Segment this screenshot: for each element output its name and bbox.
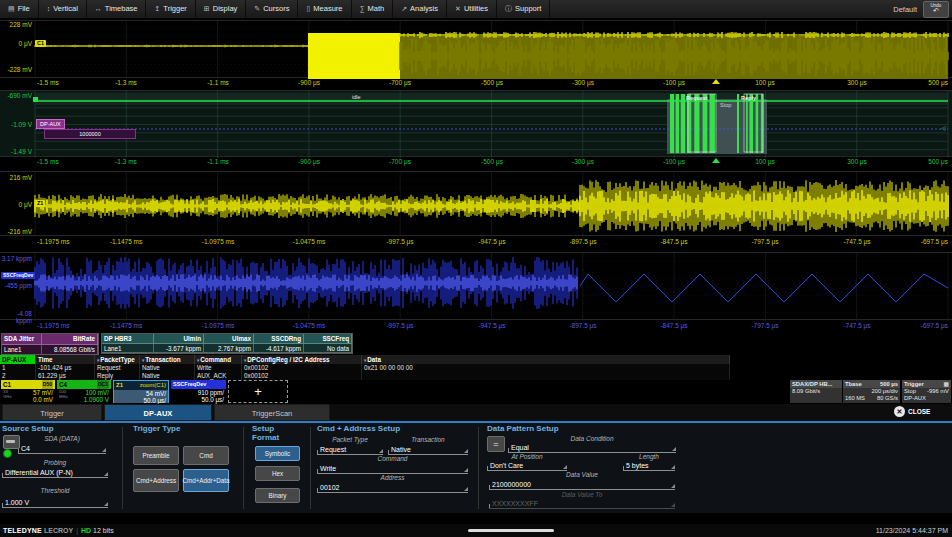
taskbar-handle[interactable] xyxy=(468,529,554,532)
x-tick-label: -1.0475 ms xyxy=(293,322,326,329)
source-enabled-indicator[interactable] xyxy=(3,449,12,458)
symbolic-button[interactable]: Symbolic xyxy=(255,446,300,461)
close-dialog-button[interactable]: ✕ CLOSE xyxy=(894,406,930,417)
menu-item[interactable]: ✎ Cursors xyxy=(246,0,298,18)
trigger-descriptor-box[interactable]: Trigger ▦ Stop -996 mV DP-AUX xyxy=(902,380,951,403)
cmd-addr-data-button[interactable]: Cmd+Addr+Data xyxy=(183,469,229,492)
menu-item-icon: ↥ xyxy=(154,0,160,18)
menu-item[interactable]: ↔ Timebase xyxy=(87,0,147,18)
x-tick-label: -1.1975 ms xyxy=(37,322,70,329)
cmd-address-button[interactable]: Cmd+Address xyxy=(133,469,179,492)
brand-lecroy: LECROY xyxy=(44,527,73,534)
length-select[interactable]: 5 bytes xyxy=(623,461,675,471)
decode-header-row: DP-AUX Time PacketType Transaction Comma… xyxy=(0,355,730,364)
c4-descriptor-box[interactable]: C4 DC1 100 mV/ 1.0900 V 500MHz xyxy=(57,380,111,403)
menu-item[interactable]: ▤ File xyxy=(0,0,39,18)
tab-triggerscan[interactable]: TriggerScan xyxy=(214,404,330,421)
decode-col-header[interactable]: Data xyxy=(362,355,730,364)
x-tick-label: -697.5 μs xyxy=(921,322,948,329)
undo-button[interactable]: Undo ↶ xyxy=(923,1,949,18)
status-separator: | xyxy=(76,527,78,534)
decode-address: 0x00102 xyxy=(242,372,362,380)
decode-col-header[interactable]: PacketType xyxy=(95,355,140,364)
sscfreqdev-trace xyxy=(0,253,952,321)
decode-row[interactable]: 2 61.229 μs Reply Native AUX_ACK 0x00102 xyxy=(0,372,730,380)
x-tick-label: -700 μs xyxy=(389,158,411,165)
x-tick-label: -1.1 ms xyxy=(207,79,229,86)
trigger-type-title: Trigger Type xyxy=(133,425,180,434)
data-condition-select[interactable]: Equal xyxy=(508,443,676,453)
menu-item[interactable]: ↕ Vertical xyxy=(39,0,87,18)
sda-source-select[interactable]: C4 xyxy=(18,444,106,454)
timebase-descriptor-box[interactable]: Tbase 500 μs 200 μs/div 160 MS 80 GS/s xyxy=(843,380,900,403)
trigger-position-marker-dpaux[interactable] xyxy=(712,158,720,163)
data-value-field[interactable]: 2100000000 xyxy=(489,480,675,490)
menu-item[interactable]: ✕ Utilities xyxy=(447,0,497,18)
x-tick-label: -1.3 ms xyxy=(115,158,137,165)
add-trace-button[interactable]: + xyxy=(228,380,288,403)
c1-descriptor-box[interactable]: C1 D50 57 mV/ 0.0 mV 33GHz xyxy=(1,380,55,403)
decoder-value-badge[interactable]: 1000000 xyxy=(44,129,136,139)
menu-item[interactable]: ↗ Analysis xyxy=(393,0,447,18)
decode-row[interactable]: 1 -101.424 μs Request Native Write 0x001… xyxy=(0,364,730,372)
jitter-col2-header: BitRate xyxy=(42,334,98,345)
address-label: Address xyxy=(317,474,468,481)
x-tick-label: 500 μs xyxy=(928,79,948,86)
menu-item-icon: ↕ xyxy=(47,0,51,18)
hex-button[interactable]: Hex xyxy=(255,466,300,481)
ui-measure-table[interactable]: DP HBR3 UImin UImax SSCDRng SSCFreq Lane… xyxy=(101,333,353,354)
binary-button[interactable]: Binary xyxy=(255,488,300,503)
sda-jitter-table[interactable]: SDA Jitter BitRate Lane1 8.08568 Gbit/s xyxy=(1,333,99,356)
menu-item-icon: ⊞ xyxy=(204,0,210,18)
sdax-descriptor-box[interactable]: SDAX/DP HB... 8.09 Gbit/s xyxy=(790,380,842,403)
decoder-badge[interactable]: DP-AUX xyxy=(36,119,65,129)
oscilloscope-screen: ▤ File ↕ Vertical ↔ Timebase ↥ Trigger ⊞… xyxy=(0,0,952,537)
packet-type-select[interactable]: Request xyxy=(317,445,383,455)
waveform-grid-dpaux[interactable] xyxy=(0,90,952,157)
x-tick-label: -1.1 ms xyxy=(207,158,229,165)
decode-col-header[interactable]: Command xyxy=(195,355,242,364)
cmd-button[interactable]: Cmd xyxy=(183,446,229,465)
ui-value: -3.677 kppm xyxy=(154,344,204,354)
ui-header: UImax xyxy=(204,334,254,344)
z1-descriptor-box[interactable]: Z1 zoom(C1) 54 mV/ 50.0 μs/ xyxy=(113,380,169,403)
tab-trigger[interactable]: Trigger xyxy=(2,404,102,421)
probing-label: Probing xyxy=(2,459,108,466)
threshold-field[interactable]: 1.000 V xyxy=(2,498,108,508)
at-position-select[interactable]: Don't Care xyxy=(487,461,567,471)
menu-item[interactable]: ⓘ Support xyxy=(497,0,550,18)
transaction-select[interactable]: Native xyxy=(388,445,468,455)
sscfreqdev-descriptor-box[interactable]: SSCFreqDev 910 ppm/ 50.0 μs/ xyxy=(171,380,226,403)
p2-ymid-label: -1.09 V xyxy=(0,121,32,128)
decode-transaction: Native xyxy=(140,372,195,380)
menu-item[interactable]: ↥ Trigger xyxy=(146,0,195,18)
menu-item-label: Cursors xyxy=(263,0,289,18)
waveform-grid-sscfreqdev[interactable] xyxy=(0,252,952,320)
equals-operator-button[interactable]: = xyxy=(487,436,505,452)
menu-item-label: Math xyxy=(368,0,385,18)
menu-item[interactable]: ⊞ Display xyxy=(196,0,246,18)
decode-col-header[interactable]: Time xyxy=(36,355,95,364)
x-tick-label: -1.1975 ms xyxy=(37,238,70,245)
c1-name: C1 xyxy=(3,380,11,389)
address-field[interactable]: 00102 xyxy=(317,483,468,493)
menu-item[interactable]: ∑ Math xyxy=(352,0,394,18)
reply-label: Reply xyxy=(741,95,756,101)
command-select[interactable]: Write xyxy=(317,464,468,474)
menu-items: ▤ File ↕ Vertical ↔ Timebase ↥ Trigger ⊞… xyxy=(0,0,550,18)
waveform-grid-z1[interactable] xyxy=(0,171,952,236)
decode-command: AUX_ACK xyxy=(195,372,242,380)
x-tick-label: -1.0975 ms xyxy=(202,238,235,245)
hd-mode-badge: HD xyxy=(81,527,91,534)
decode-col-header[interactable]: DPConfigReg / I2C Address xyxy=(242,355,362,364)
decode-bus-header[interactable]: DP-AUX xyxy=(0,355,36,364)
waveform-grid-c1[interactable] xyxy=(0,20,952,78)
probing-select[interactable]: Differential AUX (P-N) xyxy=(2,468,108,478)
transaction-label: Transaction xyxy=(388,436,468,443)
x-tick-label: -300 μs xyxy=(572,158,594,165)
menu-item[interactable]: ▯ Measure xyxy=(298,0,351,18)
decode-col-header[interactable]: Transaction xyxy=(140,355,195,364)
preamble-button[interactable]: Preamble xyxy=(133,446,179,465)
trigger-position-marker-c1[interactable] xyxy=(712,79,720,84)
tab-dp-aux[interactable]: DP-AUX xyxy=(104,404,212,421)
